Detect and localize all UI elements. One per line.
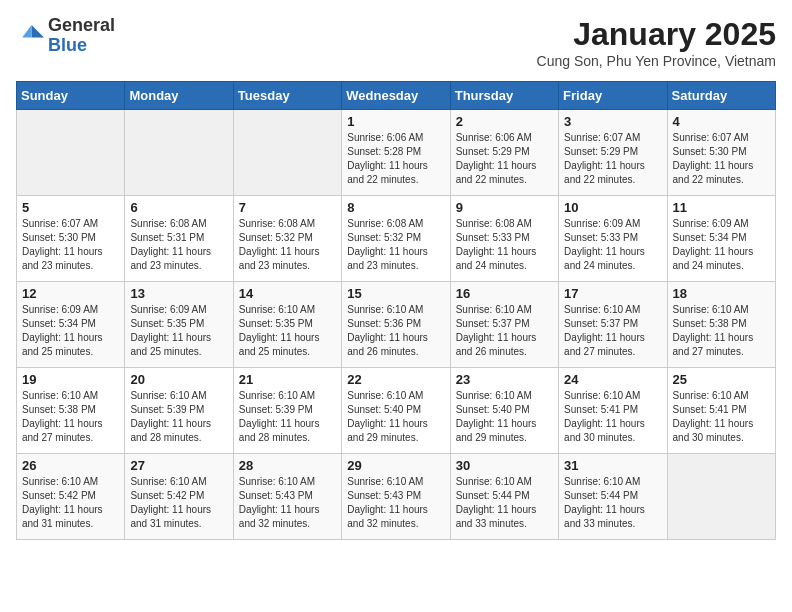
calendar-cell: 16Sunrise: 6:10 AM Sunset: 5:37 PM Dayli… [450,282,558,368]
day-number: 10 [564,200,662,215]
calendar-cell: 19Sunrise: 6:10 AM Sunset: 5:38 PM Dayli… [17,368,125,454]
calendar-cell: 6Sunrise: 6:08 AM Sunset: 5:31 PM Daylig… [125,196,233,282]
day-number: 11 [673,200,771,215]
calendar-week-row: 5Sunrise: 6:07 AM Sunset: 5:30 PM Daylig… [17,196,776,282]
title-block: January 2025 Cung Son, Phu Yen Province,… [537,16,776,69]
day-number: 15 [347,286,445,301]
logo-general: General [48,16,115,36]
calendar-cell: 24Sunrise: 6:10 AM Sunset: 5:41 PM Dayli… [559,368,667,454]
day-info: Sunrise: 6:08 AM Sunset: 5:33 PM Dayligh… [456,217,554,273]
day-info: Sunrise: 6:08 AM Sunset: 5:32 PM Dayligh… [239,217,337,273]
day-info: Sunrise: 6:06 AM Sunset: 5:28 PM Dayligh… [347,131,445,187]
calendar-table: SundayMondayTuesdayWednesdayThursdayFrid… [16,81,776,540]
day-number: 8 [347,200,445,215]
day-number: 29 [347,458,445,473]
month-title: January 2025 [537,16,776,53]
calendar-cell: 11Sunrise: 6:09 AM Sunset: 5:34 PM Dayli… [667,196,775,282]
calendar-cell: 30Sunrise: 6:10 AM Sunset: 5:44 PM Dayli… [450,454,558,540]
day-info: Sunrise: 6:10 AM Sunset: 5:43 PM Dayligh… [239,475,337,531]
logo-blue: Blue [48,36,115,56]
day-info: Sunrise: 6:10 AM Sunset: 5:40 PM Dayligh… [456,389,554,445]
logo-icon [16,22,44,50]
header-friday: Friday [559,82,667,110]
day-number: 14 [239,286,337,301]
day-info: Sunrise: 6:08 AM Sunset: 5:31 PM Dayligh… [130,217,228,273]
logo: General Blue [16,16,115,56]
day-number: 30 [456,458,554,473]
day-info: Sunrise: 6:10 AM Sunset: 5:37 PM Dayligh… [564,303,662,359]
day-info: Sunrise: 6:10 AM Sunset: 5:38 PM Dayligh… [673,303,771,359]
day-info: Sunrise: 6:07 AM Sunset: 5:29 PM Dayligh… [564,131,662,187]
day-info: Sunrise: 6:10 AM Sunset: 5:38 PM Dayligh… [22,389,120,445]
calendar-cell: 20Sunrise: 6:10 AM Sunset: 5:39 PM Dayli… [125,368,233,454]
day-number: 21 [239,372,337,387]
day-number: 24 [564,372,662,387]
calendar-cell [125,110,233,196]
day-info: Sunrise: 6:10 AM Sunset: 5:41 PM Dayligh… [673,389,771,445]
calendar-cell: 14Sunrise: 6:10 AM Sunset: 5:35 PM Dayli… [233,282,341,368]
day-info: Sunrise: 6:10 AM Sunset: 5:41 PM Dayligh… [564,389,662,445]
calendar-week-row: 12Sunrise: 6:09 AM Sunset: 5:34 PM Dayli… [17,282,776,368]
day-number: 13 [130,286,228,301]
day-info: Sunrise: 6:10 AM Sunset: 5:39 PM Dayligh… [239,389,337,445]
day-info: Sunrise: 6:10 AM Sunset: 5:37 PM Dayligh… [456,303,554,359]
header-wednesday: Wednesday [342,82,450,110]
page-header: General Blue January 2025 Cung Son, Phu … [16,16,776,69]
day-info: Sunrise: 6:09 AM Sunset: 5:34 PM Dayligh… [673,217,771,273]
day-info: Sunrise: 6:07 AM Sunset: 5:30 PM Dayligh… [673,131,771,187]
day-number: 7 [239,200,337,215]
calendar-cell: 28Sunrise: 6:10 AM Sunset: 5:43 PM Dayli… [233,454,341,540]
day-number: 20 [130,372,228,387]
calendar-cell: 18Sunrise: 6:10 AM Sunset: 5:38 PM Dayli… [667,282,775,368]
calendar-week-row: 26Sunrise: 6:10 AM Sunset: 5:42 PM Dayli… [17,454,776,540]
calendar-cell: 12Sunrise: 6:09 AM Sunset: 5:34 PM Dayli… [17,282,125,368]
day-number: 19 [22,372,120,387]
calendar-cell: 25Sunrise: 6:10 AM Sunset: 5:41 PM Dayli… [667,368,775,454]
day-number: 27 [130,458,228,473]
day-info: Sunrise: 6:10 AM Sunset: 5:44 PM Dayligh… [456,475,554,531]
day-number: 28 [239,458,337,473]
day-number: 25 [673,372,771,387]
header-sunday: Sunday [17,82,125,110]
header-thursday: Thursday [450,82,558,110]
day-number: 9 [456,200,554,215]
day-info: Sunrise: 6:09 AM Sunset: 5:34 PM Dayligh… [22,303,120,359]
day-number: 6 [130,200,228,215]
calendar-cell: 15Sunrise: 6:10 AM Sunset: 5:36 PM Dayli… [342,282,450,368]
day-info: Sunrise: 6:09 AM Sunset: 5:35 PM Dayligh… [130,303,228,359]
day-info: Sunrise: 6:09 AM Sunset: 5:33 PM Dayligh… [564,217,662,273]
day-number: 31 [564,458,662,473]
day-info: Sunrise: 6:10 AM Sunset: 5:35 PM Dayligh… [239,303,337,359]
header-saturday: Saturday [667,82,775,110]
calendar-cell [667,454,775,540]
day-info: Sunrise: 6:10 AM Sunset: 5:36 PM Dayligh… [347,303,445,359]
day-number: 1 [347,114,445,129]
calendar-cell [233,110,341,196]
day-number: 23 [456,372,554,387]
day-info: Sunrise: 6:10 AM Sunset: 5:39 PM Dayligh… [130,389,228,445]
calendar-cell: 4Sunrise: 6:07 AM Sunset: 5:30 PM Daylig… [667,110,775,196]
day-number: 2 [456,114,554,129]
location-subtitle: Cung Son, Phu Yen Province, Vietnam [537,53,776,69]
header-tuesday: Tuesday [233,82,341,110]
calendar-cell: 23Sunrise: 6:10 AM Sunset: 5:40 PM Dayli… [450,368,558,454]
day-info: Sunrise: 6:10 AM Sunset: 5:44 PM Dayligh… [564,475,662,531]
calendar-week-row: 19Sunrise: 6:10 AM Sunset: 5:38 PM Dayli… [17,368,776,454]
calendar-week-row: 1Sunrise: 6:06 AM Sunset: 5:28 PM Daylig… [17,110,776,196]
logo-text: General Blue [48,16,115,56]
header-monday: Monday [125,82,233,110]
day-number: 3 [564,114,662,129]
calendar-header-row: SundayMondayTuesdayWednesdayThursdayFrid… [17,82,776,110]
day-info: Sunrise: 6:10 AM Sunset: 5:42 PM Dayligh… [130,475,228,531]
calendar-cell: 10Sunrise: 6:09 AM Sunset: 5:33 PM Dayli… [559,196,667,282]
calendar-cell: 22Sunrise: 6:10 AM Sunset: 5:40 PM Dayli… [342,368,450,454]
day-info: Sunrise: 6:10 AM Sunset: 5:43 PM Dayligh… [347,475,445,531]
calendar-cell: 2Sunrise: 6:06 AM Sunset: 5:29 PM Daylig… [450,110,558,196]
calendar-cell: 9Sunrise: 6:08 AM Sunset: 5:33 PM Daylig… [450,196,558,282]
day-info: Sunrise: 6:10 AM Sunset: 5:42 PM Dayligh… [22,475,120,531]
calendar-cell: 26Sunrise: 6:10 AM Sunset: 5:42 PM Dayli… [17,454,125,540]
calendar-cell: 3Sunrise: 6:07 AM Sunset: 5:29 PM Daylig… [559,110,667,196]
day-info: Sunrise: 6:06 AM Sunset: 5:29 PM Dayligh… [456,131,554,187]
calendar-cell: 1Sunrise: 6:06 AM Sunset: 5:28 PM Daylig… [342,110,450,196]
calendar-cell: 31Sunrise: 6:10 AM Sunset: 5:44 PM Dayli… [559,454,667,540]
